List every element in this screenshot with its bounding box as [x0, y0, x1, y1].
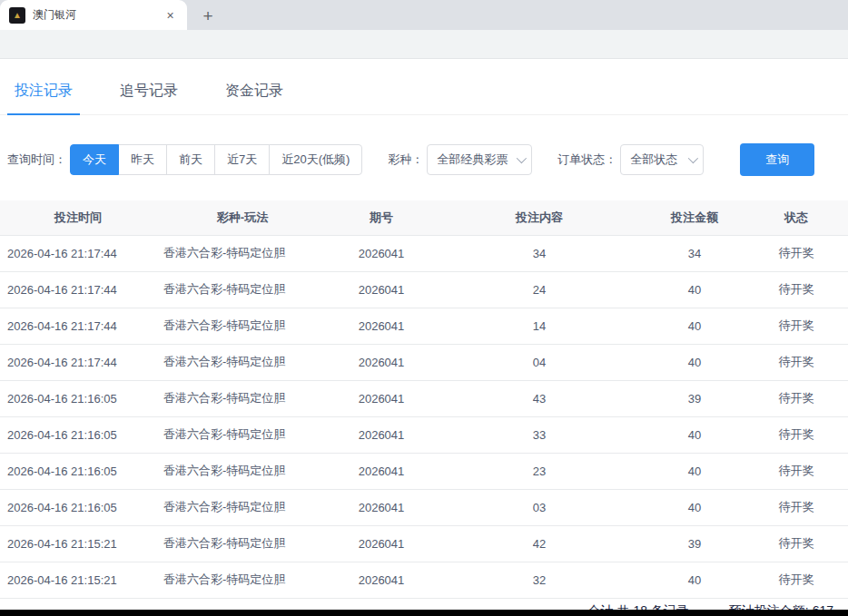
cell-bet-content: 32: [434, 562, 645, 598]
browser-tab-bar: ▲ 澳门银河 × +: [0, 0, 848, 30]
cell-issue-number: 2026041: [329, 308, 434, 344]
lottery-select-value: 全部经典彩票: [437, 152, 508, 168]
cell-game-play: 香港六合彩-特码定位胆: [156, 271, 329, 308]
time-filter-7days[interactable]: 近7天: [214, 144, 270, 175]
cell-bet-time: 2026-04-16 21:17:44: [0, 235, 156, 271]
cell-bet-amount: 40: [645, 308, 744, 344]
cell-game-play: 香港六合彩-特码定位胆: [156, 380, 329, 416]
cell-issue-number: 2026041: [329, 562, 434, 598]
cell-bet-time: 2026-04-16 21:16:05: [0, 380, 156, 416]
table-row: 2026-04-16 21:15:21 香港六合彩-特码定位胆 2026041 …: [0, 562, 848, 598]
cell-status: 待开奖: [744, 271, 848, 308]
cell-bet-amount: 40: [645, 453, 744, 489]
table-header-row: 投注时间 彩种-玩法 期号 投注内容 投注金额 状态: [0, 200, 848, 235]
cell-game-play: 香港六合彩-特码定位胆: [156, 489, 329, 525]
cell-bet-amount: 34: [645, 235, 744, 271]
cell-bet-amount: 40: [645, 416, 744, 453]
cell-issue-number: 2026041: [329, 525, 434, 562]
cell-bet-time: 2026-04-16 21:16:05: [0, 489, 156, 525]
cell-bet-amount: 40: [645, 271, 744, 308]
header-game-play: 彩种-玩法: [156, 200, 329, 235]
cell-game-play: 香港六合彩-特码定位胆: [156, 308, 329, 344]
cell-bet-time: 2026-04-16 21:17:44: [0, 271, 156, 308]
table-row: 2026-04-16 21:17:44 香港六合彩-特码定位胆 2026041 …: [0, 271, 848, 308]
cell-status: 待开奖: [744, 453, 848, 489]
time-filter-yesterday[interactable]: 昨天: [118, 144, 167, 175]
cell-bet-time: 2026-04-16 21:17:44: [0, 344, 156, 380]
chevron-down-icon: [688, 153, 698, 163]
header-bet-content: 投注内容: [434, 200, 645, 235]
cell-issue-number: 2026041: [329, 416, 434, 453]
cell-status: 待开奖: [744, 235, 848, 271]
tab-bet-records[interactable]: 投注记录: [2, 71, 85, 114]
browser-tab[interactable]: ▲ 澳门银河 ×: [0, 0, 187, 30]
table-row: 2026-04-16 21:16:05 香港六合彩-特码定位胆 2026041 …: [0, 453, 848, 489]
lottery-select[interactable]: 全部经典彩票: [427, 144, 532, 175]
time-filter-label: 查询时间：: [7, 152, 66, 168]
order-status-select-value: 全部状态: [630, 152, 677, 168]
cell-issue-number: 2026041: [329, 489, 434, 525]
cell-status: 待开奖: [744, 525, 848, 562]
table-row: 2026-04-16 21:17:44 香港六合彩-特码定位胆 2026041 …: [0, 308, 848, 344]
cell-status: 待开奖: [744, 308, 848, 344]
browser-tab-title: 澳门银河: [33, 7, 155, 23]
site-favicon-icon: ▲: [9, 7, 25, 24]
cell-bet-content: 33: [434, 416, 645, 453]
table-row: 2026-04-16 21:16:05 香港六合彩-特码定位胆 2026041 …: [0, 489, 848, 525]
cell-bet-amount: 39: [645, 380, 744, 416]
cell-status: 待开奖: [744, 489, 848, 525]
table-row: 2026-04-16 21:15:21 香港六合彩-特码定位胆 2026041 …: [0, 525, 848, 562]
cell-bet-content: 23: [434, 453, 645, 489]
time-filter-today[interactable]: 今天: [70, 144, 119, 175]
header-bet-time: 投注时间: [0, 200, 156, 235]
page-tab-bar: 投注记录 追号记录 资金记录: [0, 71, 848, 115]
cell-status: 待开奖: [744, 416, 848, 453]
table-row: 2026-04-16 21:16:05 香港六合彩-特码定位胆 2026041 …: [0, 416, 848, 453]
new-tab-button[interactable]: +: [196, 4, 220, 27]
cell-bet-content: 42: [434, 525, 645, 562]
cell-bet-amount: 40: [645, 344, 744, 380]
browser-toolbar: [0, 30, 848, 59]
filter-bar: 查询时间： 今天 昨天 前天 近7天 近20天(低频) 彩种： 全部经典彩票 订…: [0, 143, 848, 176]
cell-game-play: 香港六合彩-特码定位胆: [156, 235, 329, 271]
order-status-select[interactable]: 全部状态: [620, 144, 704, 175]
cell-issue-number: 2026041: [329, 380, 434, 416]
chevron-down-icon: [517, 153, 527, 163]
cell-bet-amount: 39: [645, 525, 744, 562]
table-body: 2026-04-16 21:17:44 香港六合彩-特码定位胆 2026041 …: [0, 235, 848, 598]
header-status: 状态: [744, 200, 848, 235]
time-filter-day-before[interactable]: 前天: [166, 144, 215, 175]
cell-issue-number: 2026041: [329, 344, 434, 380]
cell-game-play: 香港六合彩-特码定位胆: [156, 562, 329, 598]
cell-status: 待开奖: [744, 344, 848, 380]
cell-bet-time: 2026-04-16 21:16:05: [0, 416, 156, 453]
cell-bet-content: 43: [434, 380, 645, 416]
bet-records-table: 投注时间 彩种-玩法 期号 投注内容 投注金额 状态 2026-04-16 21…: [0, 200, 848, 599]
tab-fund-records[interactable]: 资金记录: [212, 71, 296, 114]
status-filter-label: 订单状态：: [557, 152, 616, 168]
cell-issue-number: 2026041: [329, 453, 434, 489]
cell-game-play: 香港六合彩-特码定位胆: [156, 416, 329, 453]
table-row: 2026-04-16 21:17:44 香港六合彩-特码定位胆 2026041 …: [0, 344, 848, 380]
time-filter-20days[interactable]: 近20天(低频): [269, 144, 362, 175]
cell-bet-time: 2026-04-16 21:15:21: [0, 562, 156, 598]
cell-status: 待开奖: [744, 562, 848, 598]
cell-bet-content: 24: [434, 271, 645, 308]
tab-close-icon[interactable]: ×: [163, 7, 178, 23]
cell-issue-number: 2026041: [329, 235, 434, 271]
cell-game-play: 香港六合彩-特码定位胆: [156, 453, 329, 489]
cell-bet-amount: 40: [645, 562, 744, 598]
taskbar-strip: [0, 610, 848, 616]
cell-game-play: 香港六合彩-特码定位胆: [156, 344, 329, 380]
time-filter-group: 今天 昨天 前天 近7天 近20天(低频): [70, 144, 362, 175]
tab-chase-records[interactable]: 追号记录: [107, 71, 191, 114]
query-button[interactable]: 查询: [740, 143, 814, 176]
cell-bet-amount: 40: [645, 489, 744, 525]
header-bet-amount: 投注金额: [645, 200, 744, 235]
cell-bet-content: 34: [434, 235, 645, 271]
cell-game-play: 香港六合彩-特码定位胆: [156, 525, 329, 562]
table-row: 2026-04-16 21:16:05 香港六合彩-特码定位胆 2026041 …: [0, 380, 848, 416]
cell-bet-time: 2026-04-16 21:17:44: [0, 308, 156, 344]
cell-bet-content: 03: [434, 489, 645, 525]
header-issue-number: 期号: [329, 200, 434, 235]
